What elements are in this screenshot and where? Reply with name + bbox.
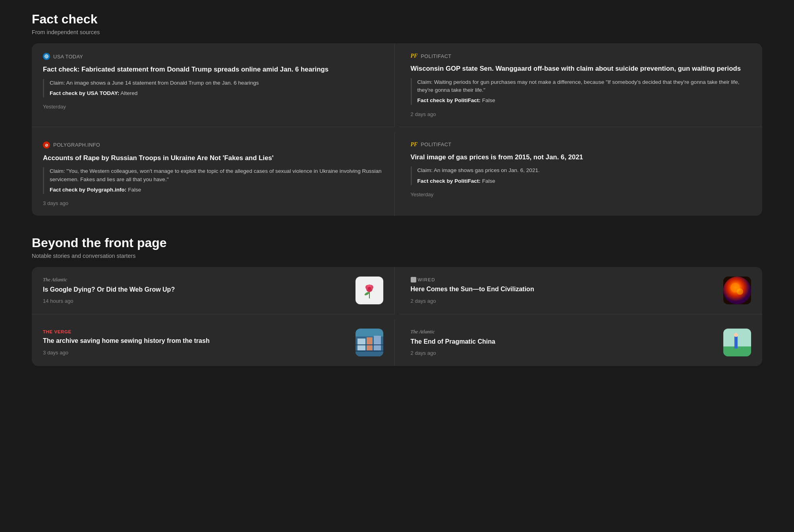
- fact-check-card-2[interactable]: PF PolitiFact Wisconsin GOP state Sen. W…: [400, 43, 763, 127]
- timestamp-1: Yesterday: [43, 104, 383, 110]
- beyond-source-1: The Atlantic: [43, 277, 349, 283]
- beyond-thumb-2: [723, 277, 751, 304]
- beyond-card-title-1: Is Google Dying? Or Did the Web Grow Up?: [43, 285, 349, 294]
- fact-check-card-1[interactable]: USA TODAY Fact check: Fabricated stateme…: [32, 43, 395, 127]
- claim-box-2: Claim: Waiting periods for gun purchases…: [411, 78, 751, 105]
- svg-point-13: [368, 287, 371, 290]
- claim-box-1: Claim: An image shows a June 14 statemen…: [43, 79, 383, 98]
- polygraph-icon: ⊘: [43, 141, 50, 149]
- beyond-card-2[interactable]: WIRED Here Comes the Sun—to End Civiliza…: [400, 267, 763, 314]
- beyond-card-content-4: The Atlantic The End of Pragmatic China …: [411, 329, 717, 356]
- fact-check-verdict-3: False: [128, 187, 141, 193]
- svg-rect-22: [374, 336, 381, 352]
- claim-text-1: Claim: An image shows a June 14 statemen…: [50, 79, 383, 87]
- beyond-timestamp-3: 3 days ago: [43, 350, 68, 356]
- fact-check-label-2: Fact check by PolitiFact:: [417, 97, 481, 103]
- claim-text-4: Claim: An image shows gas prices on Jan.…: [417, 166, 751, 174]
- svg-rect-23: [355, 350, 383, 352]
- fact-check-subtitle: From independent sources: [32, 29, 762, 35]
- fact-check-label-3: Fact check by Polygraph.info:: [50, 187, 126, 193]
- fact-check-verdict-4: False: [482, 178, 495, 184]
- beyond-subtitle: Notable stories and conversation starter…: [32, 253, 762, 259]
- politifact-icon-2: PF: [411, 141, 418, 148]
- beyond-timestamp-2: 2 days ago: [411, 298, 436, 304]
- svg-rect-21: [367, 337, 373, 351]
- fact-check-card-3[interactable]: ⊘ Polygraph.info Accounts of Rape by Rus…: [32, 132, 395, 216]
- source-row-4: PF PolitiFact: [411, 141, 751, 148]
- source-name-1: USA TODAY: [53, 54, 83, 60]
- card-title-4: Viral image of gas prices is from 2015, …: [411, 153, 751, 162]
- claim-box-4: Claim: An image shows gas prices on Jan.…: [411, 166, 751, 185]
- timestamp-2: 2 days ago: [411, 111, 751, 117]
- claim-text-2: Claim: Waiting periods for gun purchases…: [417, 78, 751, 95]
- beyond-source-4: The Atlantic: [411, 329, 717, 335]
- fact-check-result-3: Fact check by Polygraph.info: False: [50, 186, 383, 194]
- beyond-thumb-3: [355, 329, 383, 356]
- svg-rect-24: [355, 344, 383, 345]
- beyond-timestamp-1: 14 hours ago: [43, 298, 73, 304]
- fact-check-verdict-1: Altered: [120, 90, 137, 96]
- beyond-timestamp-4: 2 days ago: [411, 350, 436, 356]
- fact-check-result-4: Fact check by PolitiFact: False: [417, 177, 751, 185]
- beyond-front-page-section: Beyond the front page Notable stories an…: [32, 236, 762, 366]
- fact-check-result-2: Fact check by PolitiFact: False: [417, 97, 751, 104]
- source-row-1: USA TODAY: [43, 53, 383, 60]
- claim-text-3: Claim: "You, the Western colleagues, won…: [50, 167, 383, 184]
- fact-check-grid: USA TODAY Fact check: Fabricated stateme…: [32, 43, 762, 216]
- svg-point-17: [737, 288, 743, 295]
- source-row-3: ⊘ Polygraph.info: [43, 141, 383, 149]
- card-title-1: Fact check: Fabricated statement from Do…: [43, 65, 383, 74]
- wired-icon: [411, 277, 416, 282]
- beyond-thumb-4: [723, 329, 751, 356]
- beyond-card-content-2: WIRED Here Comes the Sun—to End Civiliza…: [411, 277, 717, 304]
- timestamp-4: Yesterday: [411, 192, 751, 197]
- svg-text:⊘: ⊘: [45, 143, 48, 147]
- source-name-3: Polygraph.info: [53, 142, 100, 148]
- source-row-2: PF PolitiFact: [411, 53, 751, 59]
- beyond-card-4[interactable]: The Atlantic The End of Pragmatic China …: [400, 319, 763, 366]
- beyond-source-2: WIRED: [411, 277, 717, 282]
- beyond-source-3: THE VERGE: [43, 329, 349, 334]
- beyond-grid: The Atlantic Is Google Dying? Or Did the…: [32, 267, 762, 366]
- politifact-icon-1: PF: [411, 53, 418, 59]
- fact-check-card-4[interactable]: PF PolitiFact Viral image of gas prices …: [400, 132, 763, 216]
- timestamp-3: 3 days ago: [43, 200, 383, 206]
- beyond-thumb-1: [355, 277, 383, 304]
- source-name-2: PolitiFact: [421, 53, 451, 59]
- beyond-card-title-4: The End of Pragmatic China: [411, 337, 717, 346]
- fact-check-label-1: Fact check by USA TODAY:: [50, 90, 119, 96]
- fact-check-title: Fact check: [32, 12, 762, 27]
- beyond-card-3[interactable]: THE VERGE The archive saving home sewing…: [32, 319, 395, 366]
- fact-check-label-4: Fact check by PolitiFact:: [417, 178, 481, 184]
- fact-check-section: Fact check From independent sources USA …: [32, 12, 762, 216]
- beyond-card-content-3: THE VERGE The archive saving home sewing…: [43, 329, 349, 356]
- fact-check-result-1: Fact check by USA TODAY: Altered: [50, 89, 383, 97]
- card-title-2: Wisconsin GOP state Sen. Wanggaard off-b…: [411, 64, 751, 74]
- card-title-3: Accounts of Rape by Russian Troops in Uk…: [43, 153, 383, 163]
- svg-point-29: [734, 333, 738, 337]
- beyond-card-title-2: Here Comes the Sun—to End Civilization: [411, 285, 717, 294]
- source-name-4: PolitiFact: [421, 141, 451, 147]
- fact-check-verdict-2: False: [482, 97, 495, 103]
- usa-today-icon: [43, 53, 50, 60]
- claim-box-3: Claim: "You, the Western colleagues, won…: [43, 167, 383, 194]
- beyond-card-1[interactable]: The Atlantic Is Google Dying? Or Did the…: [32, 267, 395, 314]
- svg-rect-28: [734, 337, 738, 348]
- beyond-title: Beyond the front page: [32, 236, 762, 250]
- beyond-card-content-1: The Atlantic Is Google Dying? Or Did the…: [43, 277, 349, 304]
- beyond-card-title-3: The archive saving home sewing history f…: [43, 337, 349, 345]
